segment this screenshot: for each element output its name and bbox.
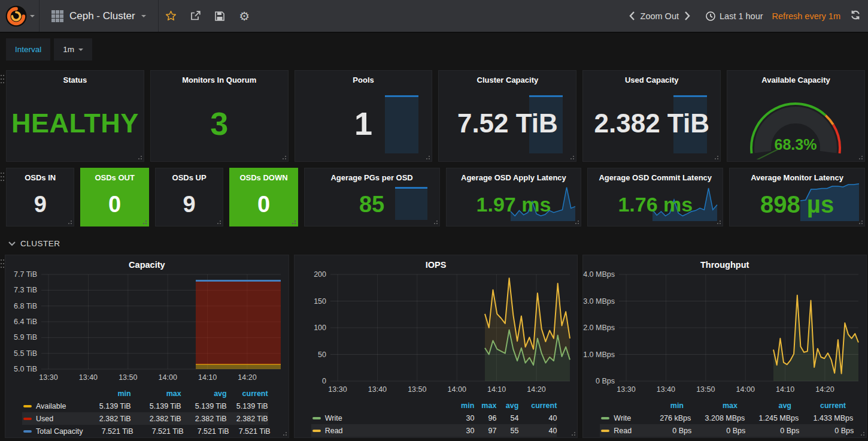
panel-osds-out: OSDs OUT 0 — [80, 168, 148, 226]
dashboard-title-dropdown[interactable]: Ceph - Cluster — [40, 0, 159, 32]
panel-title[interactable]: Agerage OSD Commit Latency — [588, 168, 723, 182]
panel-title[interactable]: Agerage OSD Apply Latency — [447, 168, 581, 182]
save-button[interactable] — [208, 0, 232, 32]
share-button[interactable] — [183, 0, 208, 32]
svg-text:14:20: 14:20 — [816, 385, 834, 394]
time-shift-forward-button[interactable] — [679, 11, 696, 20]
stat-value: HEALTHY — [7, 85, 144, 161]
dashboard-grid-icon — [51, 10, 63, 22]
resize-handle[interactable] — [142, 219, 147, 224]
resize-handle[interactable] — [433, 219, 438, 224]
panel-title[interactable]: Average Monitor Latency — [730, 168, 864, 182]
panel-throughput-graph: Throughput 13:3013:4013:5014:0014:1014:2… — [582, 255, 867, 438]
svg-text:150: 150 — [314, 297, 326, 306]
svg-text:68.3%: 68.3% — [775, 136, 817, 153]
panel-osds-down: OSDs DOWN 0 — [229, 168, 298, 226]
resize-handle[interactable] — [716, 219, 721, 224]
svg-text:7.7 TiB: 7.7 TiB — [14, 270, 37, 279]
time-shift-back-button[interactable] — [623, 11, 641, 20]
resize-handle[interactable] — [858, 219, 863, 224]
legend-header: minmaxavgcurrent — [22, 387, 268, 400]
chevron-right-icon — [685, 11, 690, 20]
resize-handle[interactable] — [216, 219, 221, 224]
panel-title[interactable]: Throughput — [583, 255, 866, 270]
legend-row[interactable]: Read0 Bps0 Bps0 Bps0 Bps — [600, 424, 846, 437]
panel-title[interactable]: Pools — [295, 71, 432, 84]
zoom-out-button[interactable]: Zoom Out — [641, 11, 679, 21]
svg-text:13:40: 13:40 — [657, 385, 675, 394]
resize-handle[interactable] — [282, 431, 287, 436]
resize-handle[interactable] — [714, 155, 718, 159]
interval-variable-label[interactable]: Interval — [6, 38, 50, 61]
row-drag-handle[interactable] — [1, 75, 4, 84]
svg-text:14:10: 14:10 — [776, 385, 794, 394]
legend-row[interactable]: Write276 kBps3.208 MBps1.245 MBps1.433 M… — [600, 412, 846, 424]
refresh-button[interactable] — [850, 10, 861, 23]
stat-value: 1.76 ms — [588, 183, 723, 226]
panel-title[interactable]: Used Capacity — [583, 71, 720, 84]
interval-caret-icon — [78, 49, 83, 51]
title-caret-icon — [141, 15, 146, 17]
svg-text:50: 50 — [318, 351, 326, 359]
grafana-logo[interactable] — [0, 0, 40, 32]
svg-text:13:40: 13:40 — [368, 385, 386, 394]
resize-handle[interactable] — [281, 155, 286, 159]
resize-handle[interactable] — [570, 431, 575, 436]
legend-header: minmaxavgcurrent — [311, 399, 557, 412]
interval-variable-value[interactable]: 1m — [54, 38, 92, 61]
iops-chart: 13:3013:4013:5014:0014:1014:202001501005… — [295, 270, 576, 397]
resize-handle[interactable] — [860, 431, 864, 436]
legend-row[interactable]: Write30965440 — [311, 412, 557, 424]
panel-title[interactable]: Available Capacity — [727, 71, 864, 84]
panel-title[interactable]: Agerage PGs per OSD — [305, 168, 439, 182]
clock-icon — [706, 11, 715, 21]
capacity-chart: 13:3013:4013:5014:0014:1014:207.7 TiB7.3… — [5, 270, 287, 385]
resize-handle[interactable] — [67, 219, 72, 224]
legend-header: minmaxavgcurrent — [600, 399, 846, 412]
legend-row[interactable]: Available5.139 TiB5.139 TiB5.139 TiB5.13… — [22, 400, 268, 412]
svg-text:0 Bps: 0 Bps — [596, 377, 615, 385]
stat-value: 1 — [295, 85, 432, 161]
panel-title[interactable]: Status — [7, 71, 144, 84]
panel-title[interactable]: OSDs IN — [7, 168, 74, 182]
panel-osd-commit-latency: Agerage OSD Commit Latency 1.76 ms — [587, 168, 723, 226]
stat-value: 2.382 TiB — [583, 85, 720, 161]
resize-handle[interactable] — [858, 155, 863, 159]
legend-row[interactable]: Read30975540 — [311, 424, 557, 437]
stat-row-1: Status HEALTHY Monitors In Quorum 3 Pool… — [6, 70, 865, 162]
legend-row[interactable]: Total Capacity7.521 TiB7.521 TiB7.521 Ti… — [22, 425, 268, 437]
svg-text:3.0 MBps: 3.0 MBps — [584, 297, 615, 306]
panel-monitor-latency: Average Monitor Latency 898 µs — [729, 168, 865, 226]
svg-text:13:30: 13:30 — [328, 385, 347, 394]
panel-title[interactable]: Capacity — [5, 255, 289, 270]
panel-title[interactable]: OSDs UP — [156, 168, 223, 182]
stat-value: 85 — [305, 183, 439, 226]
interval-value-text: 1m — [63, 45, 74, 54]
panel-status: Status HEALTHY — [6, 70, 144, 162]
star-button[interactable] — [159, 0, 183, 32]
panel-title[interactable]: OSDs DOWN — [230, 168, 297, 182]
resize-handle[interactable] — [425, 155, 430, 159]
resize-handle[interactable] — [574, 219, 579, 224]
settings-button[interactable]: ⚙ — [232, 0, 257, 32]
row-drag-handle[interactable] — [1, 173, 4, 182]
panel-title[interactable]: Monitors In Quorum — [151, 71, 288, 84]
submenu-controls: Interval 1m — [6, 38, 92, 61]
panel-title[interactable]: OSDs OUT — [81, 168, 148, 182]
time-picker[interactable]: Last 1 hour Refresh every 1m — [706, 11, 840, 21]
row-drag-handle[interactable] — [1, 259, 4, 269]
svg-text:13:50: 13:50 — [697, 385, 715, 394]
legend-row[interactable]: Used2.382 TiB2.382 TiB2.382 TiB2.382 TiB — [22, 412, 268, 425]
panel-title[interactable]: IOPS — [295, 255, 578, 270]
resize-handle[interactable] — [569, 155, 574, 159]
svg-text:13:50: 13:50 — [408, 385, 426, 394]
svg-text:14:20: 14:20 — [238, 373, 256, 382]
resize-handle[interactable] — [137, 155, 142, 159]
cluster-section-toggle[interactable]: CLUSTER — [8, 239, 60, 248]
stat-row-2: OSDs IN 9 OSDs OUT 0 OSDs UP 9 OSDs DOWN… — [6, 168, 865, 226]
stat-value: 7.52 TiB — [439, 85, 576, 161]
svg-text:6.4 TiB: 6.4 TiB — [14, 318, 37, 326]
svg-text:5.5 TiB: 5.5 TiB — [14, 349, 37, 358]
resize-handle[interactable] — [291, 219, 296, 224]
panel-title[interactable]: Cluster Capacity — [439, 71, 576, 84]
